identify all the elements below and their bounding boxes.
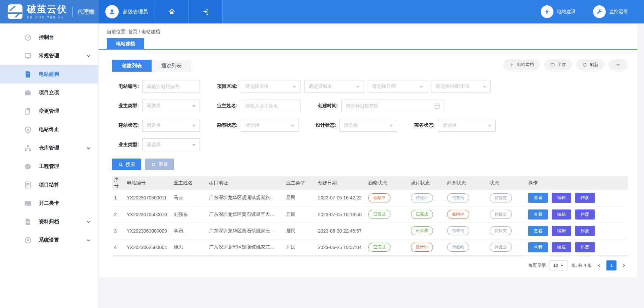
district-select[interactable]: 请选择县/区	[368, 80, 427, 93]
col-create-date: 创建日期	[316, 176, 366, 190]
home-icon	[168, 8, 175, 15]
sidebar-item-project-initiation[interactable]: 项目立项	[0, 83, 98, 102]
chevron-down-icon	[86, 238, 91, 243]
sidebar-item-warehouse-mgmt[interactable]: 仓库管理	[0, 139, 98, 157]
void-button[interactable]: 作废	[575, 193, 595, 203]
col-status: 状态	[488, 176, 526, 190]
next-page-button[interactable]	[620, 263, 628, 268]
app-monitor-ops-label: 监控运维	[609, 9, 628, 15]
brand-block: 破茧云伏 Po Jian Yun Fu 代理端	[0, 0, 99, 23]
edit-button[interactable]: 编辑	[552, 209, 571, 220]
owner-name-input[interactable]	[241, 100, 300, 112]
status-pill: 已完成	[411, 210, 433, 219]
survey-status-select[interactable]: 请选择	[241, 119, 299, 132]
province-select[interactable]: 请选择省份	[241, 80, 301, 93]
business-status-select[interactable]: 请选择	[438, 119, 496, 132]
col-actions: 操作	[526, 176, 628, 190]
view-button[interactable]: 查看	[528, 226, 548, 236]
total-count-label: 条, 共 4 条	[571, 262, 592, 268]
avatar[interactable]	[105, 5, 119, 18]
date-range-input[interactable]	[342, 100, 444, 112]
filter-create-time: 创建时间:	[311, 100, 444, 112]
app-station-build[interactable]: 电站建设	[541, 5, 576, 18]
logout-button[interactable]	[189, 0, 223, 23]
fullscreen-button[interactable]: 全屏	[544, 59, 572, 70]
build-status-select[interactable]: 请选择	[142, 119, 200, 132]
select-arrow-icon	[488, 125, 491, 127]
search-button[interactable]: 搜索	[112, 159, 141, 170]
status-pill: 已完成	[411, 226, 433, 235]
reset-label: 重置	[159, 162, 168, 168]
sidebar-label: 资料归档	[39, 219, 59, 225]
survey-status-label: 勘察状态:	[211, 122, 241, 128]
view-button[interactable]: 查看	[528, 193, 548, 203]
town-select[interactable]: 请选择村镇/街道	[431, 80, 491, 93]
brand-title: 破茧云伏	[27, 4, 67, 15]
sidebar-item-system-settings[interactable]: 系统设置	[0, 231, 98, 249]
view-button[interactable]: 查看	[528, 209, 548, 220]
filter-business-status: 商务状态: 请选择	[408, 119, 496, 132]
sidebar-label: 项目立项	[39, 89, 59, 96]
owner-type-select[interactable]: 请选择	[142, 100, 200, 112]
view-button[interactable]: 查看	[528, 242, 548, 252]
user-menu[interactable]: 超级管理员	[99, 0, 155, 23]
edit-button[interactable]: 编辑	[552, 193, 571, 203]
filter-buttons: 搜索 重置	[112, 159, 628, 170]
status-pill: 待提交	[490, 210, 512, 219]
page-tab-station-filing[interactable]: 电站建档	[107, 38, 144, 49]
sidebar-item-console[interactable]: 控制台	[0, 28, 98, 47]
reset-button[interactable]: 重置	[145, 159, 174, 170]
sidebar-item-engineering-mgmt[interactable]: 工程管理	[0, 157, 98, 176]
sidebar-item-archive[interactable]: 资料归档	[0, 212, 98, 231]
edit-button[interactable]: 编辑	[552, 226, 571, 236]
void-button[interactable]: 作废	[575, 242, 595, 252]
tab-create-list[interactable]: 创建列表	[112, 60, 152, 72]
filter-region: 项目区域: 请选择省份 请选择城市 请选择县/区 请选择村镇/街道	[211, 80, 491, 93]
col-survey-status: 勘察状态	[366, 176, 409, 190]
app-monitor-ops[interactable]: 监控运维	[593, 5, 628, 18]
calculator-icon	[24, 181, 32, 189]
stations-table: 序号 电站编号 业主姓名 项目地址 业主类型 创建日期 勘察状态 设计状态 商务…	[112, 176, 628, 256]
build-status-label: 建站状态:	[112, 122, 142, 128]
per-page-select[interactable]: 10	[549, 260, 568, 270]
status-pill: 已完成	[368, 243, 390, 252]
toolbar-actions: 电站建档 全屏 刷新	[503, 59, 628, 70]
date-range-picker[interactable]	[341, 100, 444, 112]
chevron-down-icon	[86, 146, 91, 150]
owner-type2-select[interactable]: 请选择	[142, 138, 200, 151]
prev-page-button[interactable]	[595, 263, 603, 268]
chevron-down-icon	[616, 62, 621, 67]
add-station-button[interactable]: 电站建档	[503, 59, 540, 70]
sidebar-label: 变更管理	[39, 108, 59, 114]
edit-button[interactable]: 编辑	[552, 242, 571, 252]
sidebar-item-general-mgmt[interactable]: 常规管理	[0, 47, 98, 65]
logout-icon	[202, 8, 209, 15]
document-icon	[24, 71, 32, 78]
select-arrow-icon	[291, 125, 294, 127]
sidebar-item-station-filing[interactable]: 电站建档	[0, 65, 98, 83]
design-status-select[interactable]: 请选择	[339, 119, 397, 132]
breadcrumb: 当前位置: 首页 / 电站建档	[99, 23, 637, 38]
app-station-build-label: 电站建设	[557, 9, 576, 15]
collapse-button[interactable]	[608, 59, 628, 70]
sidebar-label: 常规管理	[39, 53, 59, 59]
void-button[interactable]: 作废	[575, 209, 595, 220]
dashboard-icon	[24, 163, 32, 170]
home-button[interactable]	[155, 0, 189, 23]
refresh-button[interactable]: 刷新	[576, 59, 604, 70]
sidebar-item-change-mgmt[interactable]: 变更管理	[0, 102, 98, 120]
sidebar-label: 控制台	[39, 34, 54, 41]
void-button[interactable]: 作废	[575, 226, 595, 236]
tab-passed-list[interactable]: 通过列表	[152, 60, 191, 72]
station-no-input[interactable]	[143, 80, 200, 93]
table-header-row: 序号 电站编号 业主姓名 项目地址 业主类型 创建日期 勘察状态 设计状态 商务…	[112, 176, 628, 190]
owner-type-label: 业主类型:	[112, 103, 142, 109]
select-chevron-icon	[560, 263, 564, 267]
sidebar-item-type2-card[interactable]: 开二类卡	[0, 194, 98, 212]
sidebar-item-project-settlement[interactable]: 项目结算	[0, 176, 98, 194]
sidebar-item-station-termination[interactable]: 电站终止	[0, 120, 98, 139]
owner-type2-label: 业主类型:	[112, 142, 142, 148]
city-select[interactable]: 请选择城市	[304, 80, 364, 93]
wrench-icon	[596, 8, 603, 15]
current-page-button[interactable]: 1	[606, 260, 616, 270]
